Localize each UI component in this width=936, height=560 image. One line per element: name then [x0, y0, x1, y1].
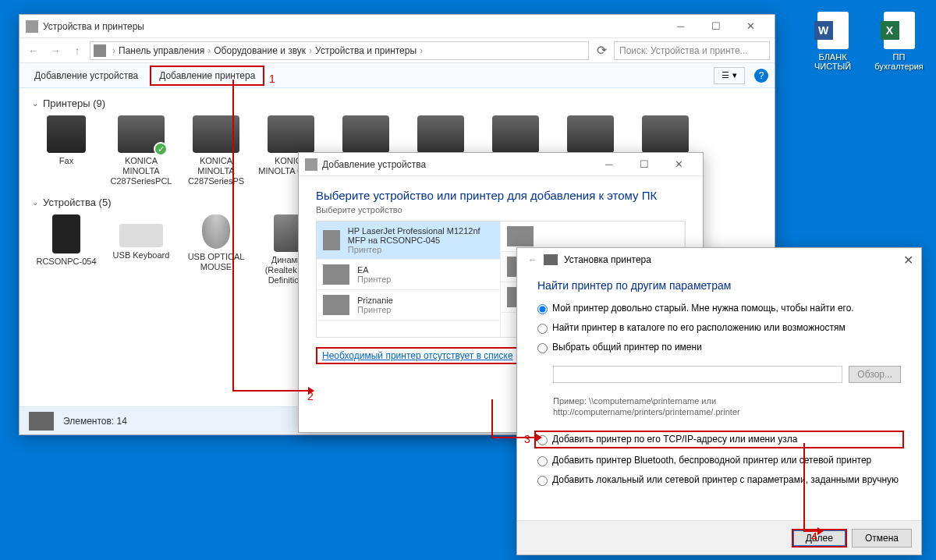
nav-up[interactable]: ↑	[68, 41, 87, 60]
view-mode-button[interactable]: ☰ ▾	[714, 67, 745, 84]
printer-not-listed-link[interactable]: Необходимый принтер отсутствует в списке	[316, 347, 519, 364]
excel-icon	[884, 12, 915, 49]
printer-item[interactable]: KONICA MINOLTA C287SeriesPS	[182, 115, 250, 187]
printer-icon	[323, 230, 340, 250]
example-text: Пример: \\computername\printername или h…	[553, 395, 901, 418]
wizard-heading: Найти принтер по другим параметрам	[537, 279, 901, 292]
printer-icon	[567, 115, 614, 153]
default-check-icon	[154, 142, 168, 156]
add-device-button[interactable]: Добавление устройства	[26, 66, 147, 85]
device-item[interactable]: RCSONPC-054	[32, 214, 101, 286]
annotation-arrow	[491, 437, 538, 438]
printer-icon	[492, 115, 539, 153]
search-input[interactable]: Поиск: Устройства и принте...	[614, 41, 770, 60]
close-button[interactable]: ✕	[661, 154, 697, 175]
chevron-down-icon: ⌄	[32, 198, 38, 207]
radio-bluetooth[interactable]: Добавить принтер Bluetooth, беспроводной…	[537, 455, 901, 466]
dialog-heading: Выберите устройство или принтер для доба…	[316, 189, 686, 202]
printer-icon	[544, 254, 558, 265]
maximize-button[interactable]: ☐	[626, 154, 661, 175]
radio-manual[interactable]: Добавить локальный или сетевой принтер с…	[537, 474, 901, 486]
cancel-button[interactable]: Отмена	[852, 529, 912, 548]
share-name-input[interactable]	[553, 366, 842, 383]
annotation-4: 4	[811, 530, 817, 543]
fax-icon	[47, 115, 86, 153]
desktop-icon-excel[interactable]: ПП бухгалтерия	[870, 12, 928, 71]
arrow-head-icon	[536, 434, 542, 441]
wizard-header: ← Установка принтера	[517, 248, 921, 271]
annotation-2: 2	[307, 390, 314, 402]
toolbar: Добавление устройства Добавление принтер…	[20, 63, 775, 88]
device-row[interactable]: HP LaserJet Professional M1212nf MFP на …	[317, 222, 500, 260]
titlebar: Добавление устройства ─ ☐ ✕	[299, 153, 703, 176]
radio-old-printer[interactable]: Мой принтер довольно старый. Мне нужна п…	[537, 303, 901, 314]
device-row[interactable]: EA Принтер	[317, 260, 500, 290]
annotation-3: 3	[524, 433, 530, 445]
minimize-button[interactable]: ─	[663, 16, 698, 37]
printer-icon	[323, 264, 349, 285]
refresh-button[interactable]: ⟳	[592, 43, 611, 58]
annotation-arrow	[491, 399, 493, 437]
printers-section-header[interactable]: ⌄ Принтеры (9)	[32, 97, 762, 109]
back-arrow-icon[interactable]: ←	[528, 254, 537, 265]
annotation-arrow	[232, 390, 310, 392]
device-row[interactable]: Priznanie Принтер	[317, 290, 500, 321]
printer-icon	[118, 115, 165, 153]
mouse-icon	[202, 214, 230, 249]
device-item[interactable]: USB OPTICAL MOUSE	[182, 214, 250, 286]
annotation-arrow	[232, 80, 234, 390]
printer-item[interactable]: KONICA MINOLTA C287SeriesPCL	[107, 115, 176, 187]
address-bar: ← → ↑ › Панель управления › Оборудование…	[20, 38, 775, 63]
device-item[interactable]: USB Keyboard	[107, 214, 176, 286]
printer-icon	[417, 115, 464, 153]
breadcrumb-icon	[94, 44, 106, 57]
pc-icon	[52, 214, 80, 253]
arrow-head-icon	[817, 527, 824, 535]
annotation-arrow	[803, 443, 805, 530]
minimize-button[interactable]: ─	[591, 154, 626, 175]
window-icon	[26, 20, 38, 33]
word-icon	[817, 12, 849, 49]
nav-forward[interactable]: →	[46, 41, 65, 60]
maximize-button[interactable]: ☐	[698, 16, 733, 37]
printer-icon	[642, 115, 689, 153]
printer-icon	[268, 115, 314, 153]
window-title: Устройства и принтеры	[43, 21, 663, 32]
help-icon[interactable]: ?	[754, 69, 768, 83]
close-button[interactable]: ✕	[903, 253, 913, 268]
close-button[interactable]: ✕	[733, 16, 768, 37]
desktop-icon-word[interactable]: БЛАНК ЧИСТЫЙ	[803, 12, 862, 71]
add-printer-button[interactable]: Добавление принтера	[150, 66, 264, 86]
status-text: Элементов: 14	[63, 416, 127, 427]
radio-tcpip[interactable]: Добавить принтер по его TCP/IP-адресу ил…	[534, 431, 904, 448]
printer-item[interactable]: Fax	[32, 115, 101, 187]
titlebar: Устройства и принтеры ─ ☐ ✕	[20, 15, 775, 38]
radio-shared-name[interactable]: Выбрать общий принтер по имени	[537, 342, 901, 353]
breadcrumb[interactable]: › Панель управления › Оборудование и зву…	[90, 41, 589, 60]
window-icon	[305, 158, 317, 171]
chevron-down-icon: ⌄	[32, 99, 38, 108]
nav-back[interactable]: ←	[24, 41, 43, 60]
printer-icon	[342, 115, 389, 153]
install-printer-wizard: ✕ ← Установка принтера Найти принтер по …	[516, 247, 922, 555]
dialog-footer: Далее Отмена	[517, 520, 921, 555]
browse-button[interactable]: Обзор...	[849, 366, 901, 383]
printer-icon	[507, 226, 534, 246]
radio-find-catalog[interactable]: Найти принтер в каталоге по его располож…	[537, 322, 901, 334]
annotation-1: 1	[269, 73, 275, 85]
dialog-subheading: Выберите устройство	[316, 205, 686, 214]
printer-icon	[323, 295, 349, 315]
statusbar-icon	[29, 412, 54, 431]
keyboard-icon	[119, 224, 163, 247]
dialog-title: Добавление устройства	[322, 159, 591, 170]
